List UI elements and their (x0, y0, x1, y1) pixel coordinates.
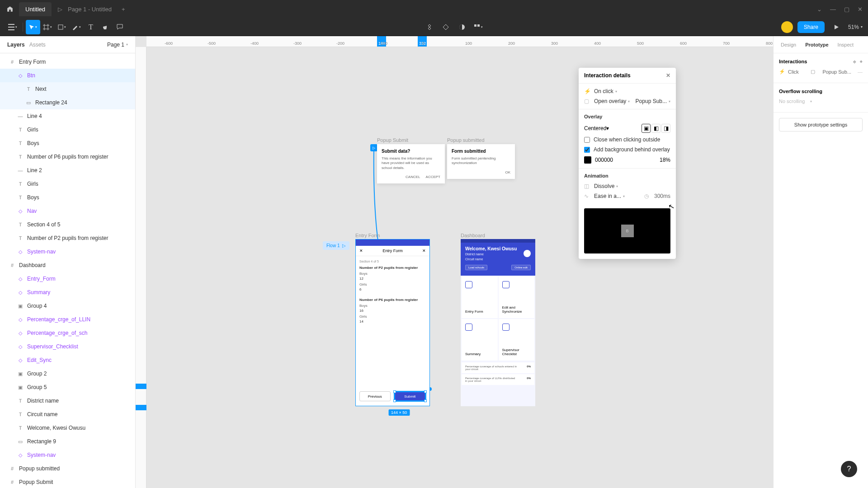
pos-left-icon[interactable]: ◧ (651, 124, 660, 133)
layer-row[interactable]: TCircuit name (0, 408, 135, 421)
action-select[interactable]: Open overlay▾ (594, 98, 632, 104)
layer-row[interactable]: TNumber of P2 pupils from register (0, 231, 135, 245)
trigger-select[interactable]: On click▾ (594, 88, 670, 94)
layer-row[interactable]: ▣Group 5 (0, 380, 135, 394)
value: 12 (359, 277, 426, 281)
pos-right-icon[interactable]: ◨ (661, 124, 670, 133)
frame-dashboard[interactable]: Welcome, Kwesi Owusu District name Circu… (461, 239, 535, 406)
layout-icon[interactable]: ▾ (471, 20, 486, 34)
inspect-tab[interactable]: Inspect (834, 42, 857, 47)
user-avatar[interactable] (781, 21, 793, 33)
layer-row[interactable]: TGirls (0, 123, 135, 136)
interactions-detail-icon[interactable]: ⟐ (853, 59, 856, 64)
layer-row[interactable]: #Popup submitted (0, 462, 135, 475)
layer-row[interactable]: ◇Percentage_crge_of_sch (0, 326, 135, 340)
figma-menu[interactable] (5, 5, 14, 14)
layer-row[interactable]: TWelcome, Kwesi Owusu (0, 421, 135, 435)
layer-row[interactable]: TBoys (0, 136, 135, 150)
layer-row[interactable]: ▭Rectangle 9 (0, 435, 135, 448)
layer-row[interactable]: ◇Entry_Form (0, 272, 135, 286)
layer-row[interactable]: ◇Supervisor_Checklist (0, 340, 135, 353)
file-tab-1[interactable]: Untitled (19, 2, 52, 16)
prototype-origin-icon[interactable]: ▷ (370, 144, 377, 151)
bg-overlay-checkbox[interactable]: Add background behind overlay (584, 146, 670, 153)
card-icon (502, 281, 509, 288)
frame-popup-submitted[interactable]: Form submitted Form submitted pentending… (447, 144, 515, 179)
layer-row[interactable]: #Dashboard (0, 258, 135, 272)
frame-label[interactable]: Popup submitted (447, 137, 485, 143)
submit-button-selected[interactable]: Submit (394, 391, 426, 401)
pen-tool[interactable]: ▾ (69, 20, 84, 34)
share-button[interactable]: Share (797, 21, 825, 33)
layer-row[interactable]: —Line 4 (0, 109, 135, 123)
layer-row[interactable]: ◇Percentage_crge_of_LLIN (0, 313, 135, 326)
layer-row[interactable]: TNext (0, 82, 135, 96)
boolean-icon[interactable] (455, 20, 469, 34)
layer-row[interactable]: TBoys (0, 191, 135, 204)
comment-tool[interactable] (113, 20, 127, 34)
layer-row[interactable]: ◇Summary (0, 286, 135, 299)
canvas[interactable]: 188 332 -600-500-400-300-200-10001002003… (136, 36, 773, 488)
overflow-select[interactable]: No scrolling▾ (779, 99, 863, 104)
interaction-row[interactable]: ⚡ Click ▢ Popup Sub... — (779, 69, 863, 75)
layer-row[interactable]: ◇System-nav (0, 245, 135, 258)
layer-row[interactable]: ◇Nav (0, 204, 135, 218)
page-selector[interactable]: Page 1▾ (107, 42, 128, 48)
layer-row[interactable]: —Line 2 (0, 164, 135, 177)
layer-row[interactable]: ◇Edit_Sync (0, 353, 135, 367)
flow-starting-point[interactable]: Flow 1▷ (323, 241, 349, 250)
maximize-icon[interactable]: ▢ (844, 6, 849, 13)
layer-row[interactable]: ▣Group 2 (0, 367, 135, 380)
popover-title: Interaction details (584, 72, 631, 79)
animation-type-select[interactable]: Dissolve▾ (594, 183, 670, 189)
chevron-down-icon[interactable]: ⌄ (817, 6, 822, 13)
layer-row[interactable]: ▣Group 4 (0, 299, 135, 313)
frame-label[interactable]: Popup Submit (377, 137, 408, 143)
hand-tool[interactable] (98, 20, 113, 34)
layer-row[interactable]: ◇System-nav (0, 448, 135, 462)
minimize-icon[interactable]: — (830, 6, 836, 13)
close-icon[interactable]: ✕ (858, 6, 863, 13)
shape-tool[interactable]: ▾ (55, 20, 69, 34)
layer-row[interactable]: #Entry Form (0, 55, 135, 69)
pos-center-icon[interactable]: ▣ (642, 124, 651, 133)
layer-row[interactable]: TGirls (0, 177, 135, 191)
frame-tool[interactable]: ▾ (40, 20, 55, 34)
add-interaction-icon[interactable]: + (860, 59, 863, 64)
move-tool[interactable]: ▾ (26, 20, 40, 34)
text-tool[interactable]: T (84, 20, 98, 34)
remove-icon[interactable]: — (858, 69, 863, 75)
layer-row[interactable]: ◇Btn (0, 69, 135, 82)
layer-row[interactable]: #Popup Submit (0, 475, 135, 488)
component-icon[interactable] (422, 20, 437, 34)
layer-row[interactable]: ▭Rectangle 24 (0, 96, 135, 109)
color-swatch[interactable] (584, 156, 591, 164)
zoom-level[interactable]: 51%▾ (848, 24, 863, 30)
file-tab-2[interactable]: ▷Page 1 - Untitled (52, 2, 118, 16)
layer-row[interactable]: TDistrict name (0, 394, 135, 408)
close-icon[interactable]: ✕ (666, 72, 670, 79)
prototype-tab[interactable]: Prototype (802, 42, 832, 47)
layer-row[interactable]: TNumber of P6 pupils from register (0, 150, 135, 164)
frame-label[interactable]: Entry Form (355, 233, 380, 238)
position-select[interactable]: Centered▾ (584, 125, 609, 131)
duration-input[interactable]: 300ms (654, 193, 670, 199)
new-tab[interactable]: + (122, 6, 125, 13)
target-select[interactable]: Popup Sub...▾ (636, 98, 670, 104)
present-icon[interactable] (829, 20, 844, 34)
frame-entry-form[interactable]: ✕Entry Form✕ Section 4 of 5 Number of P2… (355, 239, 430, 406)
show-prototype-settings-button[interactable]: Show prototype settings (779, 118, 863, 131)
assets-tab[interactable]: Assets (29, 42, 50, 48)
color-hex[interactable]: 000000 (595, 157, 613, 163)
frame-popup-submit[interactable]: Submit data? This means the information … (377, 144, 445, 183)
help-button[interactable]: ? (841, 461, 857, 477)
design-tab[interactable]: Design (777, 42, 800, 47)
close-outside-checkbox[interactable]: Close when clicking outside (584, 136, 670, 143)
layers-tab[interactable]: Layers (7, 42, 29, 48)
main-menu[interactable]: ▾ (5, 20, 20, 34)
layer-row[interactable]: TSection 4 of 5 (0, 218, 135, 231)
color-opacity[interactable]: 18% (660, 157, 670, 163)
easing-select[interactable]: Ease in a...▾ (594, 193, 641, 199)
mask-icon[interactable] (439, 20, 453, 34)
frame-label[interactable]: Dashboard (461, 233, 485, 238)
